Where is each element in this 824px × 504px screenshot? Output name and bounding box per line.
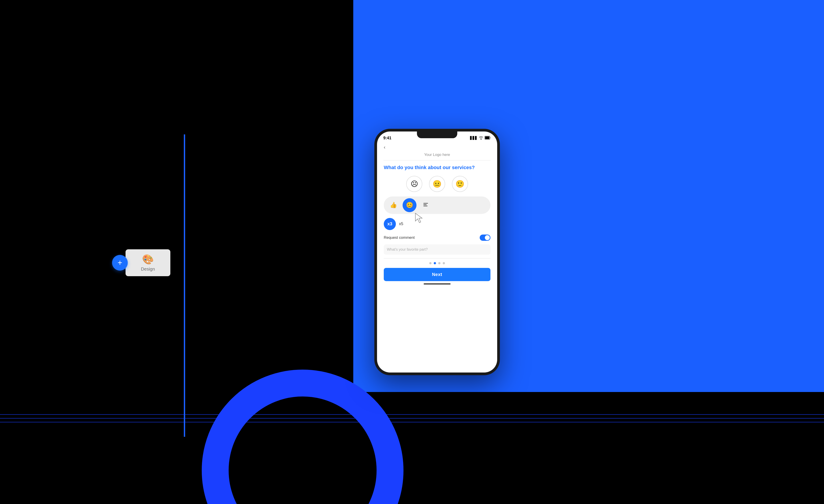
badge-x3[interactable]: x3 — [384, 218, 396, 230]
phone-frame: 9:41 ▋▋▋ — [374, 129, 500, 375]
pagination-dots — [384, 262, 491, 264]
add-button[interactable]: + — [112, 255, 128, 271]
phone-screen: 9:41 ▋▋▋ — [377, 131, 497, 373]
comment-box[interactable]: What's your favorite part? — [384, 244, 491, 255]
emoji-tool[interactable]: 😊 — [403, 198, 416, 212]
home-indicator — [424, 283, 450, 284]
phone-wrapper: 9:41 ▋▋▋ — [374, 129, 500, 375]
dot-2[interactable] — [434, 262, 436, 264]
design-panel: + 🎨 Design — [112, 249, 170, 276]
emoji-sad[interactable]: ☹ — [406, 176, 422, 192]
phone-notch — [417, 131, 457, 138]
emoji-neutral[interactable]: 😐 — [429, 176, 445, 192]
logo-text: Your Logo here — [424, 152, 450, 157]
dot-4[interactable] — [443, 262, 445, 264]
status-icons: ▋▋▋ — [470, 136, 491, 140]
toggle-row: Request comment — [384, 235, 491, 241]
emoji-row: ☹ 😐 🙂 — [384, 176, 491, 192]
next-button[interactable]: Next — [384, 268, 491, 281]
battery-icon — [485, 136, 491, 140]
comment-placeholder: What's your favorite part? — [387, 248, 428, 251]
screen-content: ‹ Your Logo here What do you think about… — [377, 142, 497, 373]
signal-icon: ▋▋▋ — [470, 136, 478, 140]
toggle-switch[interactable] — [480, 235, 491, 241]
svg-rect-3 — [423, 204, 427, 205]
decorative-lines — [0, 414, 824, 425]
badge-row: x3 x5 — [384, 218, 491, 230]
svg-rect-2 — [423, 203, 428, 204]
logo-area: Your Logo here — [384, 152, 491, 160]
text-tool[interactable] — [419, 198, 433, 212]
wifi-icon — [479, 136, 483, 140]
design-card[interactable]: 🎨 Design — [125, 249, 170, 276]
svg-rect-4 — [423, 206, 427, 206]
emoji-happy[interactable]: 🙂 — [452, 176, 468, 192]
back-button[interactable]: ‹ — [384, 144, 491, 150]
svg-rect-1 — [485, 136, 489, 139]
vertical-line — [184, 134, 185, 437]
dot-3[interactable] — [438, 262, 440, 264]
question-text: What do you think about our services? — [384, 164, 491, 171]
thumbs-up-tool[interactable]: 👍 — [387, 198, 400, 212]
status-time: 9:41 — [383, 136, 391, 140]
design-label: Design — [141, 267, 155, 272]
toggle-label: Request comment — [384, 235, 415, 240]
dot-1[interactable] — [429, 262, 431, 264]
badge-x5[interactable]: x5 — [399, 222, 403, 226]
palette-icon: 🎨 — [142, 254, 154, 265]
tool-row: 👍 😊 — [384, 197, 491, 214]
